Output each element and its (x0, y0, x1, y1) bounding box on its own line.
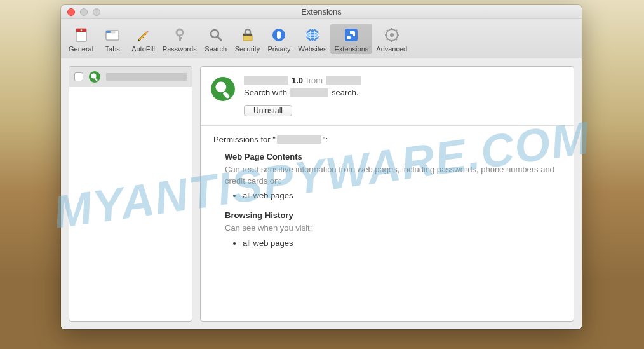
svg-point-30 (91, 74, 97, 79)
passwords-icon (171, 26, 189, 44)
permissions-title: Permissions for " ": (213, 135, 561, 144)
extension-detail-panel: 1.0 from Search with search. Uninstall P… (200, 66, 574, 322)
extensions-sidebar (69, 66, 192, 322)
extension-name-redacted (244, 76, 288, 85)
svg-rect-10 (243, 34, 252, 36)
svg-line-26 (396, 39, 397, 40)
tab-websites[interactable]: Websites (294, 24, 330, 54)
tabs-icon (104, 26, 121, 44)
permission-heading: Web Page Contents (225, 152, 561, 161)
extension-enable-checkbox[interactable] (74, 72, 83, 81)
tab-search[interactable]: Search (201, 24, 231, 54)
websites-icon (304, 26, 321, 44)
svg-rect-4 (106, 31, 111, 33)
tab-label: General (69, 45, 93, 53)
advanced-icon (383, 26, 401, 44)
svg-rect-5 (111, 31, 115, 33)
extensions-icon (342, 26, 360, 44)
desc-prefix: Search with (244, 88, 287, 97)
content-area: 1.0 from Search with search. Uninstall P… (61, 58, 582, 329)
extension-icon (88, 71, 101, 83)
tab-label: Privacy (267, 45, 290, 53)
preferences-toolbar: General Tabs AutoFill Passwords Search (61, 19, 582, 58)
search-icon (207, 26, 225, 44)
svg-point-6 (177, 29, 183, 36)
permission-heading: Browsing History (225, 210, 561, 220)
tab-autofill[interactable]: AutoFill (128, 24, 159, 54)
tab-security[interactable]: Security (231, 24, 264, 54)
svg-point-2 (80, 29, 82, 31)
permission-item: all web pages (243, 191, 561, 200)
desc-suffix: search. (332, 88, 359, 97)
extension-author-redacted (326, 76, 361, 85)
permission-item: all web pages (243, 238, 561, 248)
tab-general[interactable]: General (65, 24, 97, 54)
window-title: Extensions (61, 7, 582, 17)
svg-point-34 (215, 81, 226, 92)
extension-name-redacted (106, 73, 187, 81)
general-icon (72, 26, 90, 44)
tab-advanced[interactable]: Advanced (372, 24, 411, 54)
permissions-section: Permissions for " ": Web Page Contents C… (201, 126, 574, 267)
detail-header: 1.0 from Search with search. Uninstall (201, 67, 574, 126)
perms-prefix: Permissions for " (213, 135, 276, 144)
svg-line-25 (387, 30, 388, 31)
preferences-window: Extensions General Tabs AutoFill Passwor… (61, 5, 582, 329)
tab-label: Websites (298, 45, 326, 53)
tab-label: Passwords (163, 45, 197, 53)
extension-large-icon (210, 76, 236, 102)
tab-label: Advanced (376, 45, 407, 53)
perms-suffix: ": (323, 135, 328, 144)
security-icon (239, 26, 257, 44)
permission-browsing-history: Browsing History Can see when you visit:… (225, 210, 561, 247)
extension-list-item[interactable] (69, 67, 192, 87)
privacy-icon (270, 26, 288, 44)
svg-rect-12 (277, 31, 281, 39)
permission-description: Can see when you visit: (225, 222, 561, 234)
from-label: from (306, 76, 323, 85)
tab-label: AutoFill (131, 45, 155, 53)
tab-label: Search (205, 45, 227, 53)
tab-extensions[interactable]: Extensions (330, 24, 372, 54)
uninstall-button[interactable]: Uninstall (244, 105, 292, 116)
svg-point-18 (347, 36, 351, 39)
tab-label: Tabs (105, 45, 120, 53)
tab-label: Extensions (334, 45, 368, 53)
svg-line-28 (396, 30, 397, 31)
autofill-icon (134, 26, 152, 44)
detail-header-text: 1.0 from Search with search. Uninstall (244, 76, 562, 116)
extension-name-redacted (290, 88, 328, 97)
extension-name-redacted (277, 135, 321, 144)
permission-description: Can read sensitive information from web … (225, 164, 561, 187)
permission-list: all web pages (243, 191, 561, 200)
svg-line-8 (218, 37, 221, 40)
window-titlebar[interactable]: Extensions (61, 5, 582, 19)
tab-passwords[interactable]: Passwords (159, 24, 201, 54)
svg-line-27 (387, 39, 388, 40)
svg-rect-17 (345, 29, 358, 41)
tab-tabs[interactable]: Tabs (97, 24, 128, 54)
permission-webpage-contents: Web Page Contents Can read sensitive inf… (225, 152, 561, 200)
tab-label: Security (235, 45, 260, 53)
extension-version: 1.0 (292, 76, 303, 85)
permission-list: all web pages (243, 238, 561, 248)
tab-privacy[interactable]: Privacy (264, 24, 294, 54)
svg-point-20 (390, 33, 394, 37)
